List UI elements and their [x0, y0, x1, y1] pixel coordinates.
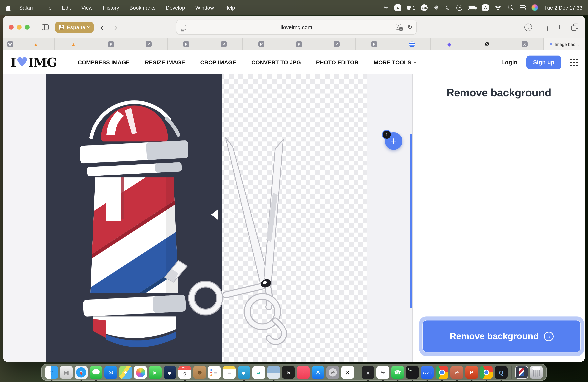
calendar[interactable]: DEC 2	[178, 366, 191, 379]
facetime[interactable]: ▶	[149, 366, 162, 379]
safari[interactable]: ▶	[75, 366, 88, 379]
chatgpt-icon[interactable]: ✳	[433, 4, 440, 11]
sidebar-toggle-icon[interactable]	[42, 24, 49, 30]
pinned-tab-p-3[interactable]: P	[167, 38, 205, 50]
pinned-tab-p-6[interactable]: P	[280, 38, 318, 50]
nav-link[interactable]: PHOTO EDITOR	[316, 59, 358, 65]
pinned-tab-p-2[interactable]: P	[130, 38, 167, 50]
dock-divider-2[interactable]	[511, 366, 512, 379]
compare-slider-right-arrow[interactable]	[228, 209, 235, 220]
remove-background-button[interactable]: Remove background →	[422, 320, 581, 352]
terminal[interactable]: >_	[406, 366, 419, 379]
pinned-tab-slash[interactable]: ∅	[468, 38, 505, 50]
notification-count-icon[interactable]: 1	[407, 4, 415, 11]
nav-link[interactable]: CROP IMAGE	[200, 59, 236, 65]
pinned-tab-cloud-2[interactable]: ▲	[54, 38, 92, 50]
chrome[interactable]	[436, 366, 448, 379]
dock-divider-1[interactable]	[357, 366, 358, 379]
powerpoint[interactable]: P	[465, 366, 478, 379]
pinned-tab-x[interactable]: X	[505, 38, 543, 50]
nav-link[interactable]: COMPRESS IMAGE	[78, 59, 130, 65]
address-bar[interactable]: iloveimg.com ↻	[176, 19, 417, 35]
reload-icon[interactable]: ↻	[407, 24, 412, 31]
tab-overview-icon[interactable]	[571, 24, 578, 31]
starburst-app[interactable]: ✳	[450, 366, 463, 379]
chrome-2[interactable]	[480, 366, 493, 379]
quicktime[interactable]: Q	[495, 366, 508, 379]
panel-scrollbar[interactable]	[410, 134, 412, 308]
siri-icon[interactable]	[532, 4, 538, 11]
pinned-tab-p-7[interactable]: P	[318, 38, 355, 50]
zoom-button[interactable]	[25, 25, 30, 30]
minimize-button[interactable]	[17, 25, 21, 30]
system-settings[interactable]: ✳	[326, 366, 339, 379]
notes[interactable]: ☰	[223, 366, 236, 379]
pinned-tab-p-1[interactable]: P	[92, 38, 130, 50]
music[interactable]: ♪	[297, 366, 310, 379]
apps-grid-icon[interactable]	[570, 58, 578, 66]
nav-link[interactable]: RESIZE IMAGE	[145, 59, 185, 65]
pinned-tab-diamond[interactable]: ◆	[430, 38, 468, 50]
menubar-item[interactable]: View	[81, 5, 93, 11]
iloveimg-logo[interactable]: I ♥ IMG	[10, 54, 57, 70]
pinned-tab-p-8[interactable]: P	[355, 38, 393, 50]
downloads-icon[interactable]: ↓	[524, 23, 532, 31]
chatgpt[interactable]: ✳	[377, 366, 389, 379]
contacts[interactable]: ☻	[193, 366, 206, 379]
share-icon[interactable]	[541, 23, 548, 31]
input-source-icon[interactable]: A	[482, 4, 489, 11]
pinned-tab-p-4[interactable]: P	[205, 38, 242, 50]
menubar-item[interactable]: File	[43, 5, 52, 11]
trash[interactable]	[530, 366, 543, 379]
nav-link[interactable]: CONVERT TO JPG	[252, 59, 301, 65]
mail[interactable]: ✉	[105, 366, 117, 379]
menubar-item[interactable]: Bookmarks	[129, 5, 155, 11]
menubar-item[interactable]: Develop	[166, 5, 185, 11]
play-circle-icon[interactable]: ▶	[457, 5, 462, 11]
active-tab[interactable]: ♥ Image bac...	[543, 38, 585, 50]
launchpad[interactable]: ▦	[60, 366, 73, 379]
battery-charging-icon[interactable]: ϟ	[468, 5, 477, 10]
signup-button[interactable]: Sign up	[526, 55, 561, 69]
close-button[interactable]	[9, 25, 14, 30]
pinned-tab-cloud-1[interactable]: ▲	[17, 38, 54, 50]
shortcuts-icon[interactable]: ▲	[394, 4, 401, 11]
reminders[interactable]: ☰	[208, 366, 221, 379]
zoom[interactable]: zoom	[421, 366, 434, 379]
menubar-item[interactable]: Window	[195, 5, 214, 11]
nav-link[interactable]: MORE TOOLS	[374, 59, 416, 65]
login-link[interactable]: Login	[501, 59, 518, 66]
compare-slider-left-arrow[interactable]	[211, 209, 218, 220]
pinned-tab-stripes[interactable]: ≋	[393, 38, 430, 50]
spotlight-search-icon[interactable]	[507, 4, 514, 11]
pinned-tab-p-5[interactable]: P	[242, 38, 280, 50]
app-store[interactable]: A	[312, 366, 324, 379]
reader-view-icon[interactable]	[181, 25, 186, 30]
whatsapp[interactable]: ☎	[391, 366, 404, 379]
menubar-clock[interactable]: Tue 2 Dec 17:33	[544, 5, 582, 11]
translate-icon[interactable]	[396, 24, 403, 31]
barber-image-file[interactable]	[515, 366, 528, 379]
apple-menu-icon[interactable]	[6, 4, 11, 11]
spark-icon[interactable]: ✳	[383, 4, 389, 11]
capcut[interactable]: X	[341, 366, 354, 379]
apple-tv[interactable]: tv	[282, 366, 295, 379]
new-tab-icon[interactable]: +	[557, 22, 562, 32]
freeform[interactable]: ≈	[252, 366, 265, 379]
menubar-item[interactable]: Help	[224, 5, 235, 11]
back-button[interactable]: ‹	[97, 23, 107, 31]
menubar-item[interactable]: Safari	[19, 5, 33, 11]
3d-tool[interactable]: ▲	[362, 366, 374, 379]
control-center-icon[interactable]	[519, 4, 526, 11]
forward-button[interactable]: ›	[111, 23, 121, 31]
focus-moon-icon[interactable]: ☾	[445, 4, 451, 11]
wifi-icon[interactable]	[495, 5, 502, 10]
tab-group-button[interactable]: Espana	[55, 22, 94, 33]
telegram-desktop[interactable]: ▶	[164, 366, 176, 379]
preview-image-app[interactable]	[267, 366, 280, 379]
finder[interactable]: ☺	[45, 366, 58, 379]
pinned-tab-w[interactable]: W	[3, 38, 17, 50]
menubar-item[interactable]: Edit	[62, 5, 71, 11]
maps[interactable]: ◆	[119, 366, 132, 379]
telegram[interactable]: ▶	[238, 366, 251, 379]
